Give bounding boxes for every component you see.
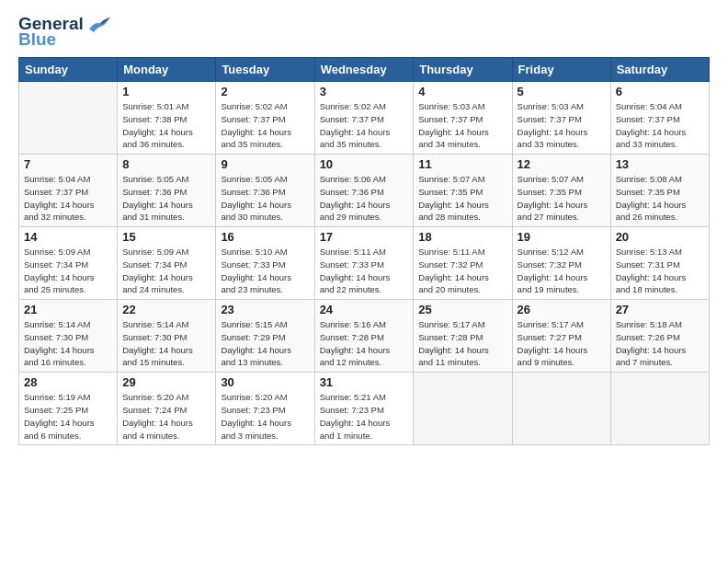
day-info: Sunrise: 5:08 AM Sunset: 7:35 PM Dayligh… <box>616 173 704 224</box>
day-number: 22 <box>122 303 210 316</box>
day-cell: 14Sunrise: 5:09 AM Sunset: 7:34 PM Dayli… <box>19 227 118 300</box>
day-number: 27 <box>616 303 704 316</box>
day-number: 21 <box>24 303 112 316</box>
day-cell: 15Sunrise: 5:09 AM Sunset: 7:34 PM Dayli… <box>118 227 216 300</box>
day-info: Sunrise: 5:13 AM Sunset: 7:31 PM Dayligh… <box>616 246 704 296</box>
day-info: Sunrise: 5:10 AM Sunset: 7:33 PM Dayligh… <box>221 246 309 296</box>
week-row-1: 1Sunrise: 5:01 AM Sunset: 7:38 PM Daylig… <box>19 82 710 155</box>
day-number: 9 <box>221 157 309 171</box>
day-info: Sunrise: 5:09 AM Sunset: 7:34 PM Dayligh… <box>122 246 210 296</box>
day-cell: 28Sunrise: 5:19 AM Sunset: 7:25 PM Dayli… <box>19 373 118 445</box>
day-info: Sunrise: 5:06 AM Sunset: 7:36 PM Dayligh… <box>320 173 409 224</box>
day-cell: 17Sunrise: 5:11 AM Sunset: 7:33 PM Dayli… <box>314 227 414 300</box>
day-number: 26 <box>518 303 606 316</box>
day-cell <box>512 373 610 445</box>
day-cell: 25Sunrise: 5:17 AM Sunset: 7:28 PM Dayli… <box>414 300 512 373</box>
logo: General Blue <box>18 15 111 48</box>
day-info: Sunrise: 5:19 AM Sunset: 7:25 PM Dayligh… <box>24 391 112 442</box>
day-cell: 21Sunrise: 5:14 AM Sunset: 7:30 PM Dayli… <box>19 300 118 373</box>
week-row-4: 21Sunrise: 5:14 AM Sunset: 7:30 PM Dayli… <box>19 300 710 373</box>
day-info: Sunrise: 5:14 AM Sunset: 7:30 PM Dayligh… <box>24 318 112 369</box>
day-number: 15 <box>122 230 210 244</box>
day-cell: 19Sunrise: 5:12 AM Sunset: 7:32 PM Dayli… <box>512 227 610 300</box>
day-number: 4 <box>418 85 506 98</box>
day-cell: 23Sunrise: 5:15 AM Sunset: 7:29 PM Dayli… <box>216 300 314 373</box>
day-cell <box>610 373 709 445</box>
calendar: SundayMondayTuesdayWednesdayThursdayFrid… <box>18 57 710 445</box>
day-info: Sunrise: 5:07 AM Sunset: 7:35 PM Dayligh… <box>518 173 606 224</box>
day-info: Sunrise: 5:17 AM Sunset: 7:27 PM Dayligh… <box>518 318 606 369</box>
day-cell <box>19 82 118 155</box>
logo-blue: Blue <box>18 30 56 48</box>
day-info: Sunrise: 5:03 AM Sunset: 7:37 PM Dayligh… <box>518 100 606 151</box>
day-info: Sunrise: 5:09 AM Sunset: 7:34 PM Dayligh… <box>24 246 112 296</box>
day-cell: 26Sunrise: 5:17 AM Sunset: 7:27 PM Dayli… <box>512 300 610 373</box>
day-number: 7 <box>24 157 112 171</box>
weekday-sunday: Sunday <box>19 58 118 82</box>
day-cell: 31Sunrise: 5:21 AM Sunset: 7:23 PM Dayli… <box>314 373 414 445</box>
day-info: Sunrise: 5:11 AM Sunset: 7:32 PM Dayligh… <box>418 246 506 296</box>
day-number: 24 <box>320 303 409 316</box>
day-info: Sunrise: 5:01 AM Sunset: 7:38 PM Dayligh… <box>122 100 210 151</box>
day-cell: 13Sunrise: 5:08 AM Sunset: 7:35 PM Dayli… <box>610 155 709 227</box>
day-number: 11 <box>418 157 506 171</box>
week-row-2: 7Sunrise: 5:04 AM Sunset: 7:37 PM Daylig… <box>19 155 710 227</box>
day-cell: 7Sunrise: 5:04 AM Sunset: 7:37 PM Daylig… <box>19 155 118 227</box>
day-number: 18 <box>418 230 506 244</box>
day-number: 8 <box>122 157 210 171</box>
day-info: Sunrise: 5:20 AM Sunset: 7:24 PM Dayligh… <box>122 391 210 442</box>
weekday-thursday: Thursday <box>414 58 512 82</box>
day-info: Sunrise: 5:15 AM Sunset: 7:29 PM Dayligh… <box>221 318 309 369</box>
weekday-friday: Friday <box>512 58 610 82</box>
day-cell: 20Sunrise: 5:13 AM Sunset: 7:31 PM Dayli… <box>610 227 709 300</box>
day-cell: 24Sunrise: 5:16 AM Sunset: 7:28 PM Dayli… <box>314 300 414 373</box>
day-cell: 2Sunrise: 5:02 AM Sunset: 7:37 PM Daylig… <box>216 82 314 155</box>
day-number: 2 <box>221 85 309 98</box>
day-number: 23 <box>221 303 309 316</box>
day-cell <box>414 373 512 445</box>
day-info: Sunrise: 5:12 AM Sunset: 7:32 PM Dayligh… <box>518 246 606 296</box>
day-number: 20 <box>616 230 704 244</box>
day-cell: 8Sunrise: 5:05 AM Sunset: 7:36 PM Daylig… <box>118 155 216 227</box>
day-number: 28 <box>24 375 112 389</box>
day-info: Sunrise: 5:03 AM Sunset: 7:37 PM Dayligh… <box>418 100 506 151</box>
day-number: 1 <box>122 85 210 98</box>
day-cell: 30Sunrise: 5:20 AM Sunset: 7:23 PM Dayli… <box>216 373 314 445</box>
day-number: 19 <box>518 230 606 244</box>
day-cell: 4Sunrise: 5:03 AM Sunset: 7:37 PM Daylig… <box>414 82 512 155</box>
day-number: 12 <box>518 157 606 171</box>
day-info: Sunrise: 5:20 AM Sunset: 7:23 PM Dayligh… <box>221 391 309 442</box>
week-row-5: 28Sunrise: 5:19 AM Sunset: 7:25 PM Dayli… <box>19 373 710 445</box>
weekday-header-row: SundayMondayTuesdayWednesdayThursdayFrid… <box>19 58 710 82</box>
weekday-wednesday: Wednesday <box>314 58 414 82</box>
weekday-tuesday: Tuesday <box>216 58 314 82</box>
day-info: Sunrise: 5:16 AM Sunset: 7:28 PM Dayligh… <box>320 318 409 369</box>
day-number: 31 <box>320 375 409 389</box>
day-cell: 22Sunrise: 5:14 AM Sunset: 7:30 PM Dayli… <box>118 300 216 373</box>
day-cell: 3Sunrise: 5:02 AM Sunset: 7:37 PM Daylig… <box>314 82 414 155</box>
weekday-monday: Monday <box>118 58 216 82</box>
page: General Blue SundayMondayTuesdayWednesda… <box>0 0 728 563</box>
day-cell: 27Sunrise: 5:18 AM Sunset: 7:26 PM Dayli… <box>610 300 709 373</box>
day-cell: 29Sunrise: 5:20 AM Sunset: 7:24 PM Dayli… <box>118 373 216 445</box>
day-cell: 5Sunrise: 5:03 AM Sunset: 7:37 PM Daylig… <box>512 82 610 155</box>
day-number: 16 <box>221 230 309 244</box>
day-cell: 12Sunrise: 5:07 AM Sunset: 7:35 PM Dayli… <box>512 155 610 227</box>
day-number: 10 <box>320 157 409 171</box>
day-cell: 18Sunrise: 5:11 AM Sunset: 7:32 PM Dayli… <box>414 227 512 300</box>
day-info: Sunrise: 5:02 AM Sunset: 7:37 PM Dayligh… <box>320 100 409 151</box>
day-info: Sunrise: 5:07 AM Sunset: 7:35 PM Dayligh… <box>418 173 506 224</box>
day-number: 29 <box>122 375 210 389</box>
day-info: Sunrise: 5:21 AM Sunset: 7:23 PM Dayligh… <box>320 391 409 442</box>
day-number: 30 <box>221 375 309 389</box>
day-number: 25 <box>418 303 506 316</box>
weekday-saturday: Saturday <box>610 58 709 82</box>
day-info: Sunrise: 5:04 AM Sunset: 7:37 PM Dayligh… <box>24 173 112 224</box>
day-info: Sunrise: 5:11 AM Sunset: 7:33 PM Dayligh… <box>320 246 409 296</box>
header: General Blue <box>18 15 710 48</box>
day-cell: 16Sunrise: 5:10 AM Sunset: 7:33 PM Dayli… <box>216 227 314 300</box>
day-cell: 10Sunrise: 5:06 AM Sunset: 7:36 PM Dayli… <box>314 155 414 227</box>
day-number: 17 <box>320 230 409 244</box>
day-cell: 11Sunrise: 5:07 AM Sunset: 7:35 PM Dayli… <box>414 155 512 227</box>
day-info: Sunrise: 5:05 AM Sunset: 7:36 PM Dayligh… <box>122 173 210 224</box>
